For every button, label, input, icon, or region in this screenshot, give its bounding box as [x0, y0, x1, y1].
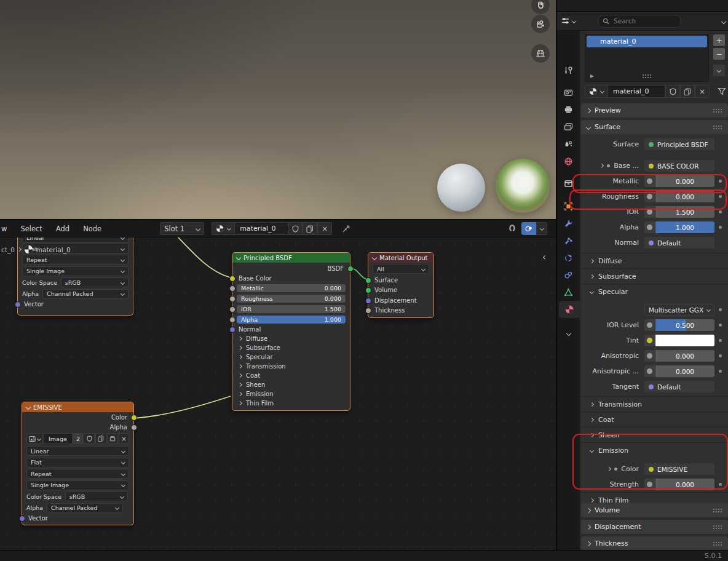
animate-dot[interactable] — [719, 483, 722, 486]
material-output-node[interactable]: Material Output All Surface Volume Displ… — [368, 252, 434, 318]
section-coat[interactable]: Coat — [581, 412, 728, 427]
slot-specials-dropdown[interactable] — [713, 64, 726, 77]
editor-type-dropdown[interactable] — [561, 17, 576, 25]
metallic-slider[interactable]: 0.000 — [644, 175, 714, 187]
principled-bsdf-node[interactable]: Principled BSDF BSDF Base Color Metallic… — [232, 252, 350, 411]
roughness-slider[interactable]: 0.000 — [644, 191, 714, 202]
menu-node[interactable]: Node — [77, 221, 107, 237]
vector-socket[interactable] — [15, 301, 21, 308]
preview-panel-header[interactable]: Preview — [581, 103, 728, 117]
list-resize-grip[interactable] — [642, 74, 652, 78]
bsdf-node-header[interactable]: Principled BSDF — [232, 253, 350, 263]
filter-funnel-dropdown[interactable] — [718, 87, 728, 95]
base-color-socket[interactable] — [229, 276, 235, 282]
extension-dropdown[interactable]: Repeat — [18, 254, 133, 266]
overlays-toggle[interactable] — [521, 222, 536, 235]
overlays-dropdown[interactable] — [536, 222, 547, 235]
section-diffuse[interactable]: Diffuse — [232, 334, 350, 343]
roughness-slider[interactable]: Roughness0.000 — [237, 295, 346, 303]
ior-slider[interactable]: 1.500 — [644, 206, 714, 218]
extension-dropdown[interactable]: Repeat — [22, 468, 133, 480]
material-slot-selected[interactable]: material_0 — [587, 36, 707, 47]
alpha-mode-dropdown[interactable]: Alpha Channel Packed — [18, 288, 133, 300]
viewport-3d[interactable] — [0, 0, 556, 219]
output-target-dropdown[interactable]: All — [368, 263, 433, 275]
anisotropic-rotation-slider[interactable]: 0.000 — [644, 365, 714, 377]
image-unlink-button[interactable]: × — [119, 433, 129, 444]
panel-drag-grip[interactable] — [713, 541, 722, 546]
alpha-output-socket[interactable] — [131, 424, 137, 431]
projection-dropdown[interactable]: Flat — [22, 457, 133, 469]
animate-dot[interactable] — [719, 210, 722, 213]
tab-modifiers[interactable] — [557, 215, 580, 232]
animate-dot[interactable] — [719, 308, 722, 311]
source-dropdown[interactable]: Single Image — [22, 480, 133, 491]
search-input[interactable] — [612, 17, 664, 25]
panel-drag-grip[interactable] — [713, 525, 722, 529]
section-emission[interactable]: Emission — [232, 389, 350, 399]
image-users-count[interactable]: 2 — [73, 433, 83, 444]
tab-view-layer[interactable] — [557, 118, 580, 135]
alpha-socket[interactable] — [229, 317, 235, 323]
menu-add[interactable]: Add — [50, 221, 75, 237]
material-slot-list[interactable]: material_0 — [585, 34, 709, 82]
camera-view-button[interactable] — [531, 15, 550, 33]
tab-render[interactable] — [557, 84, 580, 101]
animate-dot[interactable] — [719, 324, 722, 327]
add-slot-button[interactable]: + — [713, 34, 726, 47]
tangent-value-button[interactable]: Default — [644, 381, 714, 392]
fake-user-shield-toggle[interactable] — [288, 222, 303, 235]
section-subsurface[interactable]: Subsurface — [581, 268, 728, 284]
slot-dropdown[interactable]: Slot 1 — [160, 222, 204, 235]
tab-material[interactable] — [559, 301, 580, 318]
tint-color-swatch[interactable] — [644, 335, 714, 346]
slot-list-expand-arrow[interactable] — [590, 74, 595, 79]
emissive-image-node[interactable]: EMISSIVE Color Alpha 2 — [22, 402, 134, 525]
image-browse-dropdown[interactable] — [26, 433, 43, 444]
tab-physics[interactable] — [557, 249, 580, 266]
volume-panel-header[interactable]: Volume — [581, 503, 728, 517]
sidebar-expand-chevron[interactable] — [544, 252, 547, 261]
image-pack-button[interactable] — [107, 433, 118, 444]
base-color-button[interactable]: BASE COLOR — [644, 160, 714, 172]
emission-strength-slider[interactable]: 0.000 — [644, 479, 714, 490]
distribution-dropdown[interactable]: Multiscatter GGX — [644, 304, 714, 316]
tab-output[interactable] — [557, 101, 580, 118]
copy-datablock-button[interactable] — [303, 222, 317, 235]
copy-datablock-button[interactable] — [680, 85, 695, 98]
alpha-mode-dropdown[interactable]: Alpha Channel Packed — [22, 503, 133, 514]
normal-value-button[interactable]: Default — [644, 237, 714, 249]
expand-chevron-icon[interactable] — [607, 467, 611, 471]
bsdf-output-socket[interactable] — [347, 266, 354, 272]
animate-dot[interactable] — [719, 226, 722, 229]
color-space-dropdown[interactable]: Color Space sRGB — [22, 491, 133, 503]
animate-dot[interactable] — [719, 370, 722, 373]
section-sheen[interactable]: Sheen — [581, 427, 728, 442]
surface-panel-header[interactable]: Surface — [581, 120, 728, 134]
animate-dot[interactable] — [719, 354, 722, 357]
output-node-header[interactable]: Material Output — [368, 253, 433, 263]
displacement-panel-header[interactable]: Displacement — [581, 520, 728, 534]
panel-drag-grip[interactable] — [713, 508, 722, 512]
alpha-slider[interactable]: Alpha1.000 — [237, 316, 346, 324]
menu-select[interactable]: Select — [15, 221, 47, 237]
tab-object-data[interactable] — [557, 284, 580, 301]
material-browse-dropdown[interactable] — [212, 222, 234, 235]
ior-level-slider[interactable]: 0.500 — [644, 319, 714, 331]
tab-scene[interactable] — [557, 135, 580, 153]
shader-node-editor[interactable]: w Select Add Node Slot 1 — [0, 220, 556, 550]
material-browse-dropdown[interactable] — [585, 85, 608, 98]
section-sheen[interactable]: Sheen — [232, 380, 350, 389]
panel-drag-grip[interactable] — [713, 108, 722, 113]
section-specular[interactable]: Specular — [232, 352, 350, 362]
tab-overflow-chevron[interactable] — [557, 325, 580, 342]
surface-socket[interactable] — [365, 277, 371, 284]
tab-world[interactable] — [557, 153, 580, 170]
ior-socket[interactable] — [229, 306, 235, 312]
alpha-slider[interactable]: 1.000 — [644, 221, 714, 233]
filter-options-dropdown[interactable] — [722, 17, 726, 25]
remove-slot-button[interactable]: − — [713, 47, 726, 60]
tab-constraints[interactable] — [557, 266, 580, 284]
animate-dot[interactable] — [719, 339, 722, 342]
section-thin-film[interactable]: Thin Film — [232, 399, 350, 408]
